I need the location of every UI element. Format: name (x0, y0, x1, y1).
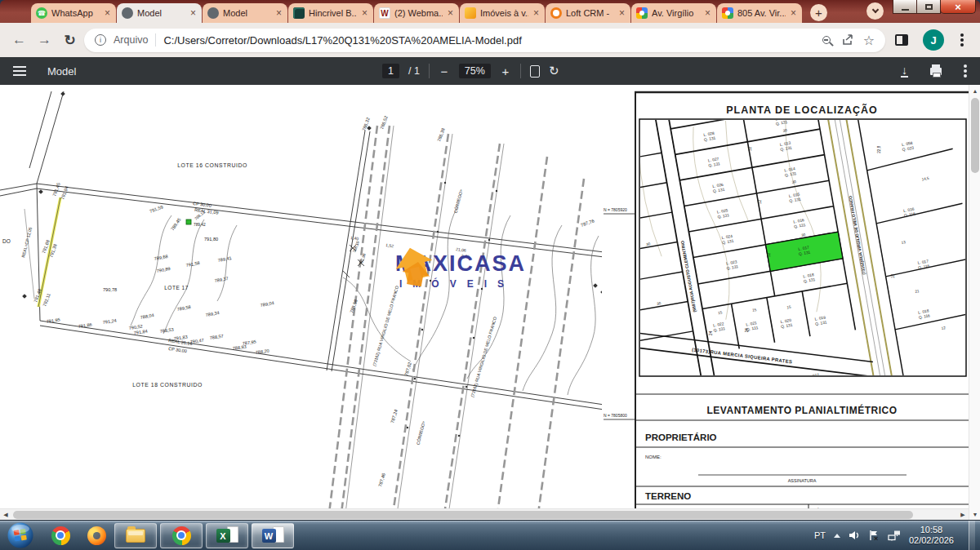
scroll-down-arrow[interactable]: ▼ (969, 508, 980, 520)
divider (520, 64, 521, 78)
tab-av-virg-lio[interactable]: Av. Virgílio× (631, 3, 716, 23)
profile-avatar[interactable]: J (923, 29, 944, 51)
dimension-label: 12 (748, 147, 752, 152)
tab-model[interactable]: Model× (117, 3, 202, 23)
tab-close-icon[interactable]: × (790, 7, 797, 19)
lot-label: L. 009AQ. 126 (698, 380, 714, 392)
tab-805-av-vir[interactable]: 805 Av. Vir...× (717, 3, 802, 23)
reload-button[interactable]: ↻ (59, 32, 81, 49)
lote-17-label: LOTE 17 (164, 285, 189, 291)
tab-close-icon[interactable]: × (275, 7, 283, 19)
action-center-flag-icon[interactable]: × (868, 530, 880, 541)
excel-taskbar-button[interactable]: X (206, 523, 248, 548)
maximize-button[interactable] (916, 0, 941, 14)
excel-icon: X (216, 526, 238, 544)
elevation-label: 791,45 (51, 182, 60, 197)
scroll-left-arrow[interactable]: ◀ (0, 509, 11, 520)
zoom-out-button[interactable]: − (439, 64, 450, 78)
elevation-label: 791,94 (60, 185, 69, 200)
tab-close-icon[interactable]: × (532, 7, 540, 19)
vertical-scroll-thumb[interactable] (971, 98, 979, 173)
lote-16-label: LOTE 16 CONSTRUIDO (177, 162, 247, 168)
lot-label: L. 015Q. 023 (895, 89, 908, 100)
explorer-taskbar-button[interactable] (114, 523, 157, 548)
pdf-title: Model (47, 65, 76, 78)
street-label: (73162) RUA VIRGILIO DE MELO FRANCO (372, 286, 399, 367)
volume-icon[interactable] (849, 530, 860, 541)
coord-label-top: N = 7805920 (604, 207, 627, 212)
plan-labels: LOTE 16 CONSTRUIDOLOTE 17LOTE 18 CONSTRU… (2, 115, 595, 487)
horizontal-scroll-thumb[interactable] (13, 511, 913, 519)
divider (429, 64, 430, 78)
elevation-label: 791,86 (78, 322, 92, 329)
tab-title: (2) Webma... (394, 8, 443, 18)
share-icon[interactable] (841, 33, 856, 47)
taskbar-clock[interactable]: 10:58 02/02/2026 (909, 525, 954, 546)
tab-search-button[interactable] (866, 2, 884, 20)
divider (155, 33, 156, 47)
omnibox[interactable]: i Arquivo C:/Users/Corretor/Downloads/L1… (84, 29, 885, 52)
start-button[interactable] (7, 521, 34, 549)
tab-close-icon[interactable]: × (189, 7, 197, 19)
tab-whatsapp[interactable]: ☎WhatsApp× (31, 3, 116, 23)
new-tab-button[interactable]: + (810, 4, 827, 21)
page-number-input[interactable]: 1 (382, 64, 399, 78)
zoom-in-button[interactable]: + (500, 64, 511, 78)
browser-titlebar: ☎WhatsApp×Model×Model×Hincrivel B...×W(2… (0, 0, 980, 23)
url-text[interactable]: C:/Users/Corretor/Downloads/L17%20Q131%2… (163, 34, 814, 47)
tab-model[interactable]: Model× (203, 3, 287, 23)
elevation-label: 789,41 (217, 255, 232, 263)
survey-title: LEVANTAMENTO PLANIALTIMÉTRICO (707, 404, 898, 416)
tab-close-icon[interactable]: × (618, 7, 626, 19)
minimize-button[interactable] (893, 0, 917, 14)
back-button[interactable]: ← (8, 32, 30, 48)
rotate-icon[interactable]: ↻ (549, 64, 559, 78)
imoveis-favicon (465, 7, 476, 19)
horizontal-scrollbar[interactable]: ◀ ▶ (0, 508, 969, 520)
tab-close-icon[interactable]: × (361, 7, 368, 19)
tab-close-icon[interactable]: × (704, 7, 711, 19)
zoom-out-icon[interactable] (822, 36, 831, 44)
excel-letter: X (216, 529, 230, 543)
side-panel-icon[interactable] (895, 34, 908, 46)
window-controls: × (893, 0, 976, 14)
tab-title: Model (137, 8, 185, 18)
elevation-label: 788,10 (352, 241, 360, 254)
elevation-label: 787,76 (580, 218, 595, 227)
scroll-up-arrow[interactable]: ▲ (969, 85, 980, 96)
coord-label-bottom: N = 7805800 (604, 413, 627, 418)
chrome-taskbar-button[interactable] (160, 523, 203, 548)
print-icon[interactable] (930, 68, 942, 75)
network-icon[interactable] (888, 530, 901, 541)
chrome-taskbar-button[interactable] (42, 523, 78, 548)
fit-page-icon[interactable] (530, 65, 540, 78)
scroll-right-arrow[interactable]: ▶ (957, 509, 969, 520)
elevation-label: 791,95 (46, 317, 60, 324)
pdf-menu-icon[interactable] (13, 70, 26, 72)
dimension-label: 12 (758, 200, 762, 205)
tab-2-webma[interactable]: W(2) Webma...× (374, 3, 459, 23)
tab-loft-crm[interactable]: Loft CRM -× (546, 3, 630, 23)
tab-im-veis-v[interactable]: Imóveis à v...× (460, 3, 545, 23)
bookmark-star-icon[interactable]: ☆ (863, 33, 875, 48)
vertical-scrollbar[interactable]: ▲ ▼ (969, 85, 980, 520)
browser-menu-icon[interactable] (960, 38, 964, 42)
page-info-icon[interactable]: i (95, 34, 106, 46)
forward-button[interactable]: → (33, 32, 56, 48)
tab-close-icon[interactable]: × (447, 7, 454, 19)
word-taskbar-button[interactable]: W (252, 523, 294, 548)
pdf-more-icon[interactable] (964, 69, 967, 73)
terrain-heading: TERRENO (645, 491, 691, 501)
word-icon: W (262, 526, 284, 544)
zoom-level[interactable]: 75% (459, 64, 491, 78)
tray-expand-icon[interactable] (834, 534, 840, 538)
elevation-label: 791,24 (102, 318, 117, 325)
language-indicator[interactable]: PT (814, 530, 826, 540)
tab-hincrivel-b[interactable]: Hincrivel B...× (288, 3, 373, 23)
lot-label: L. 012Q. 126 (808, 373, 821, 384)
firefox-taskbar-button[interactable] (78, 523, 114, 548)
tab-close-icon[interactable]: × (104, 7, 111, 19)
close-button[interactable]: × (940, 0, 976, 14)
show-desktop-button[interactable] (969, 521, 975, 550)
download-icon[interactable]: ↓ (901, 65, 908, 78)
